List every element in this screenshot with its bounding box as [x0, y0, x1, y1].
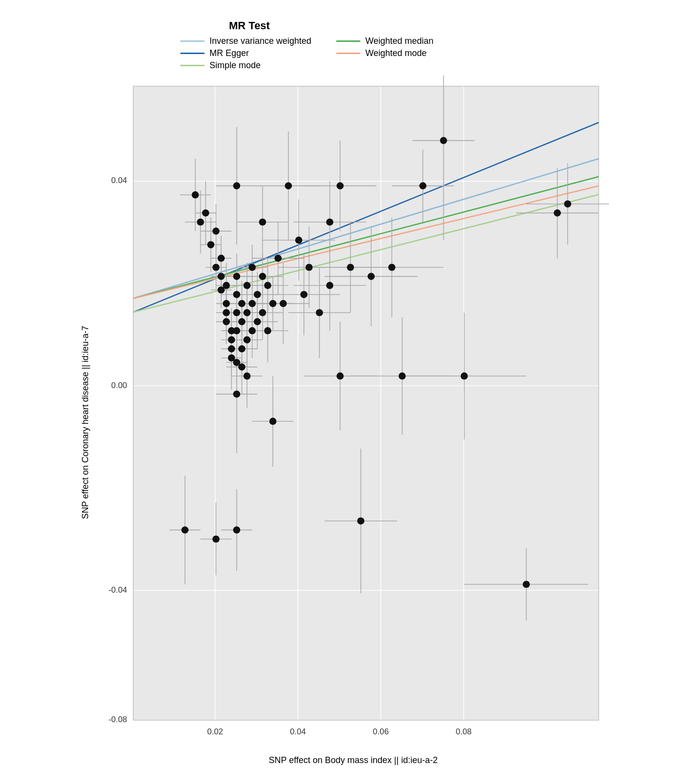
- data-point-37: [264, 282, 271, 289]
- data-point-46: [259, 219, 266, 226]
- data-point-31: [248, 300, 256, 307]
- legend-item-simple-mode: Simple mode: [180, 60, 336, 71]
- y-tick--0.08: -0.08: [109, 715, 127, 724]
- legend-label-weighted-mode: Weighted mode: [365, 48, 427, 58]
- data-point-43: [233, 526, 240, 534]
- data-point-9: [223, 282, 230, 289]
- x-tick-0.02: 0.02: [207, 727, 223, 736]
- legend-area: MR Test Inverse variance weighted Weight…: [73, 15, 609, 75]
- y-tick-0.04: 0.04: [111, 176, 127, 186]
- data-point-24: [238, 345, 246, 353]
- data-point-58: [347, 264, 354, 271]
- legend-line-weighted-mode: [336, 53, 360, 54]
- data-point-44: [233, 391, 240, 398]
- data-point-66: [523, 581, 530, 588]
- data-point-67: [554, 209, 561, 217]
- data-point-5: [212, 227, 220, 235]
- data-point-56: [337, 182, 344, 189]
- data-point-62: [398, 373, 406, 380]
- legend-title: MR Test: [229, 19, 609, 32]
- data-point-10: [223, 300, 230, 307]
- data-point-28: [244, 336, 251, 343]
- legend-line-simple-mode: [180, 65, 205, 66]
- data-point-1: [197, 219, 204, 226]
- data-point-55: [326, 219, 334, 226]
- legend-label-ivw: Inverse variance weighted: [209, 36, 311, 46]
- data-point-57: [337, 373, 344, 380]
- data-point-12: [223, 318, 230, 325]
- data-point-3: [207, 241, 214, 248]
- data-point-6: [218, 255, 225, 262]
- data-point-36: [259, 309, 266, 317]
- data-point-41: [181, 526, 189, 534]
- data-point-59: [357, 517, 364, 524]
- plot-area: SNP effect on Coronary heart disease || …: [73, 75, 609, 769]
- data-point-50: [295, 237, 303, 244]
- data-point-65: [461, 373, 468, 380]
- data-point-48: [280, 300, 287, 307]
- data-point-32: [248, 327, 256, 335]
- x-axis-label: SNP effect on Body mass index || id:ieu-…: [97, 751, 609, 769]
- legend-label-simple-mode: Simple mode: [209, 60, 261, 71]
- legend-label-mr-egger: MR Egger: [209, 48, 249, 58]
- data-point-68: [564, 200, 571, 207]
- legend-line-mr-egger: [180, 53, 205, 54]
- data-point-19: [233, 273, 240, 280]
- data-point-14: [228, 336, 235, 343]
- chart-svg: 0.04 0.00 -0.04 -0.08 0.02 0.04 0.06 0.0…: [97, 75, 609, 751]
- legend-line-weighted-median: [336, 40, 360, 42]
- data-point-27: [244, 309, 251, 317]
- data-point-51: [301, 291, 308, 298]
- x-tick-0.08: 0.08: [455, 727, 472, 736]
- legend-item-weighted-mode: Weighted mode: [336, 48, 492, 58]
- data-point-45: [233, 182, 240, 189]
- legend-line-ivw: [180, 40, 205, 42]
- data-point-40: [269, 418, 277, 425]
- data-point-38: [264, 327, 271, 335]
- data-point-26: [244, 282, 251, 289]
- legend-label-weighted-median: Weighted median: [365, 36, 434, 46]
- data-point-61: [388, 264, 396, 271]
- legend-grid: Inverse variance weighted Weighted media…: [180, 36, 609, 71]
- data-point-22: [238, 300, 246, 307]
- y-tick--0.04: -0.04: [109, 585, 127, 595]
- data-point-20: [233, 291, 240, 298]
- y-axis-label: SNP effect on Coronary heart disease || …: [73, 75, 97, 769]
- x-tick-0.04: 0.04: [290, 727, 306, 736]
- data-point-47: [274, 255, 282, 262]
- data-point-42: [212, 536, 220, 543]
- chart-container: MR Test Inverse variance weighted Weight…: [73, 15, 609, 769]
- data-point-29: [244, 373, 251, 380]
- data-point-35: [259, 273, 266, 280]
- y-tick-0.00: 0.00: [111, 381, 127, 390]
- data-point-49: [285, 182, 292, 189]
- data-point-63: [419, 182, 427, 189]
- legend-item-ivw: Inverse variance weighted: [180, 36, 336, 46]
- data-point-33: [254, 291, 261, 298]
- data-point-34: [254, 318, 261, 325]
- data-point-39: [269, 300, 277, 307]
- data-point-30: [248, 264, 256, 271]
- data-point-64: [440, 137, 447, 144]
- data-point-21: [233, 327, 240, 335]
- data-point-7: [218, 273, 225, 280]
- data-point-2: [202, 209, 209, 217]
- data-point-60: [368, 273, 375, 280]
- legend-item-weighted-median: Weighted median: [336, 36, 492, 46]
- data-point-54: [326, 282, 334, 289]
- data-point-18: [233, 309, 240, 317]
- legend-item-mr-egger: MR Egger: [180, 48, 336, 58]
- data-point-23: [238, 318, 246, 325]
- data-point-4: [212, 264, 220, 271]
- plot-inner: 0.04 0.00 -0.04 -0.08 0.02 0.04 0.06 0.0…: [97, 75, 609, 769]
- data-point-15: [228, 345, 235, 353]
- x-tick-0.06: 0.06: [373, 727, 389, 736]
- data-point-25: [238, 363, 246, 371]
- data-point-52: [305, 264, 313, 271]
- data-point-0: [192, 191, 199, 199]
- data-point-11: [223, 309, 230, 317]
- data-point-53: [316, 309, 323, 317]
